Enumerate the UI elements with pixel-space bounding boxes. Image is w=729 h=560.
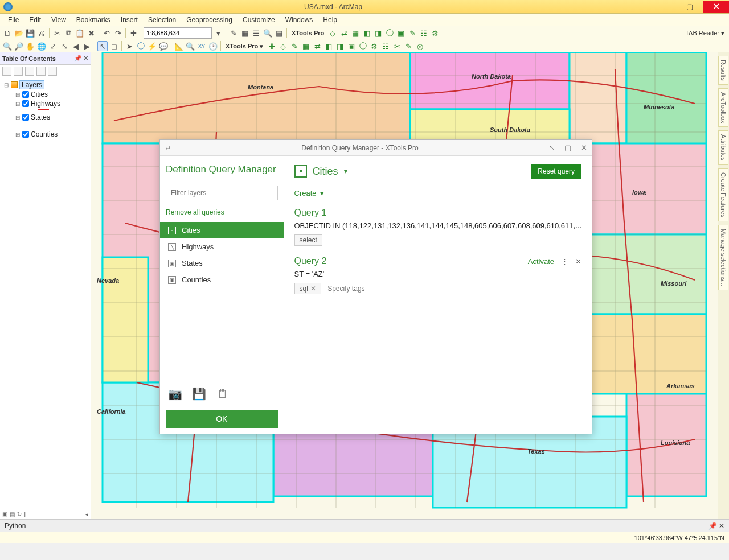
clear-sel-icon[interactable]: ◻ — [109, 41, 119, 51]
python-pin-icon[interactable]: 📌 — [708, 522, 717, 530]
print-icon[interactable]: 🖨 — [36, 28, 47, 38]
xt2-9[interactable]: ⓘ — [358, 41, 368, 51]
xtools-label[interactable]: XTools Pro — [289, 30, 326, 36]
toc-root[interactable]: ⊟ Layers — [1, 80, 89, 90]
paste-icon[interactable]: 📋 — [75, 28, 85, 38]
save-icon[interactable]: 💾 — [25, 28, 35, 38]
xt-ico-3[interactable]: ▦ — [350, 28, 361, 38]
pan-icon[interactable]: ✋ — [25, 41, 35, 51]
filter-layers-input[interactable] — [166, 186, 278, 200]
activate-link[interactable]: Activate — [528, 257, 554, 266]
pause-icon[interactable]: ‖ — [24, 511, 27, 517]
xt2-6[interactable]: ◧ — [323, 41, 334, 51]
measure-icon[interactable]: 📐 — [174, 41, 184, 51]
xt2-2[interactable]: ◇ — [278, 41, 288, 51]
view-data-icon[interactable]: ▣ — [2, 511, 7, 517]
xt-ico-10[interactable]: ⚙ — [430, 28, 440, 38]
expand-icon[interactable]: ⊞ — [15, 131, 21, 138]
identify-icon[interactable]: ⓘ — [136, 41, 146, 51]
scale-dd-icon[interactable]: ▾ — [213, 28, 223, 38]
layer-checkbox[interactable] — [22, 91, 29, 98]
zoom-in-icon[interactable]: 🔍 — [2, 41, 13, 51]
fixed-zoom-in-icon[interactable]: ⤢ — [48, 41, 58, 51]
xt2-8[interactable]: ▣ — [346, 41, 357, 51]
ok-button[interactable]: OK — [166, 410, 278, 428]
menu-edit[interactable]: Edit — [24, 15, 46, 25]
maximize-button[interactable]: ▢ — [677, 1, 703, 13]
layer-chevron-icon[interactable]: ▾ — [344, 167, 347, 175]
python-bar[interactable]: Python 📌 ✕ — [0, 519, 729, 532]
tab-reader-label[interactable]: TAB Reader ▾ — [683, 30, 727, 37]
dialog-titlebar[interactable]: ⤶ Definition Query Manager - XTools Pro … — [160, 140, 592, 156]
select-icon[interactable]: ↖ — [97, 41, 108, 51]
query2-tag[interactable]: sql ✕ — [294, 283, 321, 294]
xt-ico-6[interactable]: ⓘ — [384, 28, 395, 38]
toc-item-states[interactable]: ⊟ States — [13, 113, 89, 122]
scale-input[interactable] — [144, 27, 212, 39]
prev-extent-icon[interactable]: ◀ — [71, 41, 81, 51]
layer-checkbox[interactable] — [22, 114, 29, 121]
tab-results[interactable]: Results — [718, 56, 728, 85]
redo-icon[interactable]: ↷ — [113, 28, 123, 38]
copy-icon[interactable]: ⧉ — [63, 28, 73, 38]
remove-query-icon[interactable]: ✕ — [575, 257, 581, 266]
camera-icon[interactable]: 📷 — [167, 386, 183, 402]
tab-manage-selections[interactable]: Manage selections... — [718, 225, 728, 290]
toc-item-highways[interactable]: ⊟ Highways — [13, 99, 89, 108]
menu-geoprocessing[interactable]: Geoprocessing — [182, 15, 237, 25]
expand-icon[interactable]: ⊟ — [15, 92, 21, 98]
toc-tab-1[interactable] — [2, 67, 11, 76]
python-close-icon[interactable]: ✕ — [719, 522, 724, 530]
layer-checkbox[interactable] — [22, 131, 29, 138]
tab-attributes[interactable]: Attributes — [718, 130, 728, 164]
dlg-layer-states[interactable]: ▣ States — [160, 255, 284, 271]
dialog-dock-icon[interactable]: ⤡ — [544, 143, 560, 152]
dialog-close-icon[interactable]: ✕ — [576, 143, 592, 152]
xt-ico-1[interactable]: ◇ — [327, 28, 338, 38]
more-icon[interactable]: ⋮ — [561, 257, 568, 266]
xt2-4[interactable]: ▦ — [301, 41, 311, 51]
help-icon[interactable]: 🗒 — [215, 386, 231, 402]
reset-query-button[interactable]: Reset query — [531, 164, 581, 179]
save-icon[interactable]: 💾 — [191, 386, 207, 402]
search-icon[interactable]: 🔍 — [263, 28, 273, 38]
xt-ico-5[interactable]: ◨ — [373, 28, 383, 38]
toc-tab-4[interactable] — [36, 67, 46, 76]
close-button[interactable]: ✕ — [703, 1, 729, 13]
xtools-dd[interactable]: XTools Pro ▾ — [223, 43, 265, 50]
zoom-out-icon[interactable]: 🔎 — [14, 41, 24, 51]
editor-icon[interactable]: ✎ — [228, 28, 239, 38]
tag-input[interactable] — [325, 283, 415, 294]
table-icon[interactable]: ▦ — [240, 28, 250, 38]
toc-item-cities[interactable]: ⊟ Cities — [13, 90, 89, 99]
toc-close-icon[interactable]: ✕ — [83, 55, 88, 62]
catalog-icon[interactable]: ☰ — [251, 28, 261, 38]
xt-ico-9[interactable]: ☷ — [419, 28, 429, 38]
xt2-5[interactable]: ⇄ — [312, 41, 322, 51]
toc-pin-icon[interactable]: 📌 — [74, 55, 82, 62]
menu-insert[interactable]: Insert — [116, 15, 142, 25]
xt2-14[interactable]: ◎ — [415, 41, 425, 51]
query1-tag[interactable]: select — [294, 234, 322, 246]
expand-icon[interactable]: ⊟ — [15, 114, 21, 121]
back-icon[interactable]: ⤶ — [160, 143, 176, 153]
view-layout-icon[interactable]: ▤ — [10, 511, 15, 517]
dlg-layer-cities[interactable]: · Cities — [160, 222, 284, 238]
create-dropdown[interactable]: Create ▾ — [294, 189, 582, 197]
xt2-3[interactable]: ✎ — [289, 41, 300, 51]
time-icon[interactable]: 🕑 — [208, 41, 218, 51]
fixed-zoom-out-icon[interactable]: ⤡ — [59, 41, 69, 51]
pointer-icon[interactable]: ➤ — [124, 41, 134, 51]
full-extent-icon[interactable]: 🌐 — [36, 41, 47, 51]
xt2-12[interactable]: ✂ — [392, 41, 402, 51]
dlg-layer-highways[interactable]: ╲ Highways — [160, 238, 284, 255]
toc-tab-3[interactable] — [25, 67, 34, 76]
minimize-button[interactable]: — — [650, 1, 677, 13]
menu-customize[interactable]: Customize — [238, 15, 280, 25]
find-icon[interactable]: 🔍 — [185, 41, 195, 51]
html-popup-icon[interactable]: 💬 — [158, 41, 169, 51]
layer-checkbox[interactable] — [22, 100, 29, 107]
xt-ico-8[interactable]: ✎ — [407, 28, 417, 38]
expand-icon[interactable]: ⊟ — [15, 101, 21, 107]
xt2-7[interactable]: ◨ — [335, 41, 345, 51]
